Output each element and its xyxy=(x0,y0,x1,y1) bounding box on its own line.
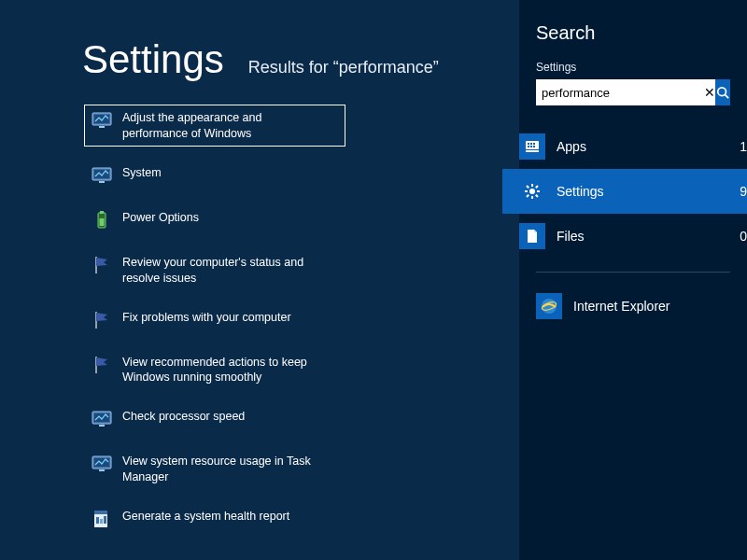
svg-point-23 xyxy=(718,88,726,96)
result-item[interactable]: System xyxy=(84,160,345,191)
app-shortcut[interactable]: Internet Explorer xyxy=(519,286,747,327)
search-row: ✕ xyxy=(536,79,730,105)
svg-rect-27 xyxy=(528,143,529,145)
svg-point-34 xyxy=(529,189,535,194)
page-title: Settings xyxy=(82,37,224,82)
apps-icon xyxy=(519,133,545,160)
scope-label: Files xyxy=(557,229,728,244)
svg-rect-26 xyxy=(526,141,539,149)
search-input[interactable] xyxy=(536,79,704,105)
svg-rect-32 xyxy=(533,146,535,147)
svg-rect-33 xyxy=(526,150,539,152)
svg-rect-17 xyxy=(99,469,105,471)
settings-icon xyxy=(519,178,545,204)
result-item[interactable]: View system resource usage in Task Manag… xyxy=(84,448,345,490)
report-icon xyxy=(91,508,113,530)
svg-rect-1 xyxy=(94,115,109,123)
result-item[interactable]: Review your computer's status and resolv… xyxy=(84,249,345,291)
result-item[interactable]: Check processor speed xyxy=(84,403,345,435)
svg-line-24 xyxy=(726,95,729,99)
monitor-perf-icon xyxy=(91,109,113,132)
svg-rect-8 xyxy=(100,218,105,226)
svg-rect-14 xyxy=(99,425,105,427)
scope-settings[interactable]: Settings9 xyxy=(502,169,747,214)
flag-icon xyxy=(91,354,113,376)
scope-apps[interactable]: Apps1 xyxy=(502,124,747,169)
result-label: System xyxy=(122,164,162,181)
svg-line-40 xyxy=(536,195,538,197)
result-item[interactable]: View recommended actions to keep Windows… xyxy=(84,349,345,391)
clear-search-button[interactable]: ✕ xyxy=(704,79,715,105)
svg-line-42 xyxy=(536,186,538,188)
result-item[interactable]: Fix problems with your computer xyxy=(84,304,345,336)
svg-rect-28 xyxy=(530,143,532,145)
svg-line-39 xyxy=(527,186,529,188)
search-button[interactable] xyxy=(715,79,730,105)
search-title: Search xyxy=(536,22,730,44)
svg-rect-30 xyxy=(528,146,529,147)
svg-rect-21 xyxy=(100,519,103,524)
svg-rect-2 xyxy=(99,126,105,128)
svg-rect-16 xyxy=(94,458,109,467)
results-subtitle: Results for “performance” xyxy=(248,58,439,77)
scope-count: 0 xyxy=(740,229,747,244)
monitor-perf-icon xyxy=(91,453,113,475)
close-icon: ✕ xyxy=(704,85,715,100)
result-label: Check processor speed xyxy=(122,408,245,425)
svg-rect-7 xyxy=(100,211,104,214)
monitor-system-icon xyxy=(91,164,113,187)
results-list: Adjust the appearance and performance of… xyxy=(84,105,491,535)
result-label: Review your computer's status and resolv… xyxy=(122,254,328,287)
result-label: View recommended actions to keep Windows… xyxy=(122,354,328,386)
flag-icon xyxy=(91,309,113,331)
scope-label: Settings xyxy=(557,184,728,199)
divider xyxy=(536,272,730,273)
monitor-perf-icon xyxy=(91,408,113,430)
svg-rect-5 xyxy=(99,181,105,183)
svg-rect-22 xyxy=(104,516,106,524)
result-label: Fix problems with your computer xyxy=(122,309,291,326)
result-item[interactable]: Generate a system health report xyxy=(84,503,345,535)
result-label: Adjust the appearance and performance of… xyxy=(122,109,328,142)
svg-line-41 xyxy=(527,195,529,197)
result-label: Power Options xyxy=(122,209,199,226)
app-shortcuts: Internet Explorer xyxy=(519,286,747,327)
svg-rect-13 xyxy=(94,413,109,422)
scope-count: 1 xyxy=(740,139,747,154)
scope-label: Apps xyxy=(557,139,728,154)
search-scopes: Apps1Settings9Files0 xyxy=(502,124,747,259)
svg-rect-29 xyxy=(533,143,535,145)
ie-icon xyxy=(536,293,562,319)
svg-rect-31 xyxy=(530,146,532,147)
svg-rect-20 xyxy=(96,517,99,524)
svg-rect-19 xyxy=(94,511,107,514)
flag-icon xyxy=(91,254,113,276)
search-context-label: Settings xyxy=(536,61,730,74)
result-label: View system resource usage in Task Manag… xyxy=(122,453,328,485)
results-pane: Settings Results for “performance” Adjus… xyxy=(0,0,519,560)
app-label: Internet Explorer xyxy=(573,299,670,314)
result-label: Generate a system health report xyxy=(122,508,289,525)
header: Settings Results for “performance” xyxy=(82,37,491,82)
scope-files[interactable]: Files0 xyxy=(502,214,747,259)
svg-rect-4 xyxy=(94,170,109,178)
search-sidebar: Search Settings ✕ Apps1Settings9Files0 I… xyxy=(519,0,747,560)
search-icon xyxy=(716,86,729,99)
files-icon xyxy=(519,223,545,249)
result-item[interactable]: Power Options xyxy=(84,204,345,236)
scope-count: 9 xyxy=(740,184,747,199)
result-item[interactable]: Adjust the appearance and performance of… xyxy=(84,105,345,147)
battery-icon xyxy=(91,209,113,231)
